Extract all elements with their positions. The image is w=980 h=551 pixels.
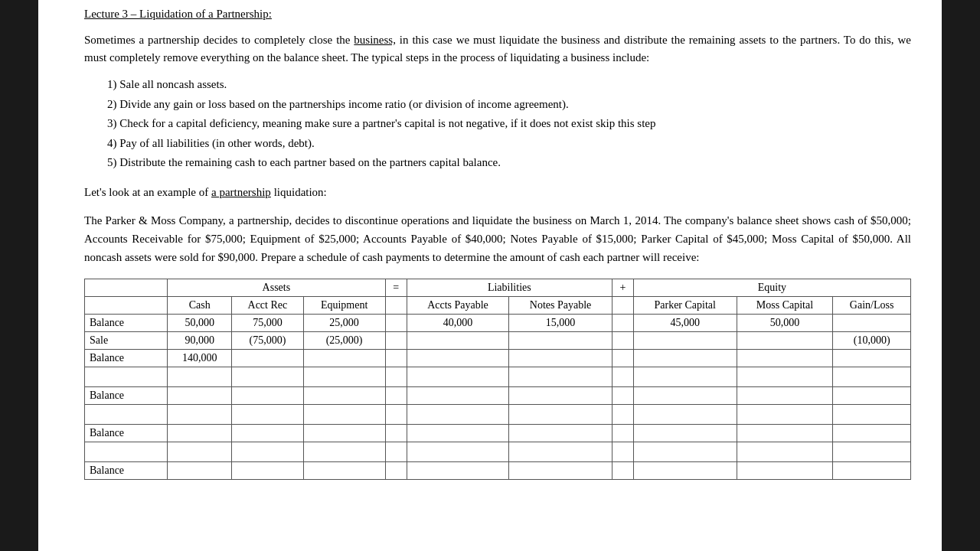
row-label-balance3: Balance — [85, 387, 168, 405]
balance1-notes-payable: 15,000 — [509, 315, 612, 332]
table-row-empty-1 — [85, 367, 911, 387]
balance2-notes-payable — [509, 350, 612, 367]
accounting-table: Assets = Liabilities + Equity Cash Acct … — [84, 279, 911, 480]
gain-loss-header: Gain/Loss — [833, 297, 911, 315]
equity-header: Equity — [633, 279, 910, 297]
intro-paragraph: Sometimes a partnership decides to compl… — [84, 31, 911, 66]
step-5: 5) Distribute the remaining cash to each… — [107, 153, 911, 173]
table-row-sale: Sale 90,000 (75,000) (25,000) (10,000) — [85, 332, 911, 350]
table-row-empty-2 — [85, 405, 911, 425]
row-label-balance5: Balance — [85, 462, 168, 480]
balance2-parker-capital — [633, 350, 737, 367]
eq-sep — [385, 297, 407, 315]
page-container: Lecture 3 – Liquidation of a Partnership… — [38, 0, 942, 551]
balance2-moss-capital — [737, 350, 833, 367]
liabilities-header: Liabilities — [407, 279, 612, 297]
balance2-equipment — [303, 350, 385, 367]
lecture-title: Lecture 3 – Liquidation of a Partnership… — [84, 8, 911, 21]
step-3: 3) Check for a capital deficiency, meani… — [107, 114, 911, 134]
acct-rec-header: Acct Rec — [232, 297, 303, 315]
sale-accts-payable — [407, 332, 509, 350]
step-4: 4) Pay of all liabilities (in other word… — [107, 134, 911, 154]
row-label-sale: Sale — [85, 332, 168, 350]
table-row-empty-3 — [85, 442, 911, 462]
plus-sep — [612, 297, 633, 315]
balance1-gain-loss — [833, 315, 911, 332]
step-1: 1) Sale all noncash assets. — [107, 75, 911, 95]
balance2-gain-loss — [833, 350, 911, 367]
table-row-balance-4: Balance — [85, 425, 911, 442]
empty1-label — [85, 367, 168, 387]
cash-header: Cash — [168, 297, 232, 315]
balance1-acct-rec: 75,000 — [232, 315, 303, 332]
example-paragraph: The Parker & Moss Company, a partnership… — [84, 211, 911, 266]
table-row-balance-5: Balance — [85, 462, 911, 480]
sale-notes-payable — [509, 332, 612, 350]
assets-header: Assets — [168, 279, 386, 297]
empty2-label — [85, 405, 168, 425]
table-row-balance-1: Balance 50,000 75,000 25,000 40,000 15,0… — [85, 315, 911, 332]
sale-moss-capital — [737, 332, 833, 350]
balance1-equipment: 25,000 — [303, 315, 385, 332]
sep5 — [385, 350, 407, 367]
balance1-accts-payable: 40,000 — [407, 315, 509, 332]
corner-cell — [85, 279, 168, 297]
table-row-balance-2: Balance 140,000 — [85, 350, 911, 367]
balance2-accts-payable — [407, 350, 509, 367]
row-label-balance1: Balance — [85, 315, 168, 332]
sep2 — [612, 315, 633, 332]
steps-list: 1) Sale all noncash assets. 2) Divide an… — [107, 75, 911, 173]
balance1-parker-capital: 45,000 — [633, 315, 737, 332]
balance2-cash: 140,000 — [168, 350, 232, 367]
sale-acct-rec: (75,000) — [232, 332, 303, 350]
sale-equipment: (25,000) — [303, 332, 385, 350]
balance1-moss-capital: 50,000 — [737, 315, 833, 332]
sale-cash: 90,000 — [168, 332, 232, 350]
plus-sign: + — [612, 279, 633, 297]
row-label-balance4: Balance — [85, 425, 168, 442]
notes-payable-header: Notes Payable — [509, 297, 612, 315]
row-label-balance2: Balance — [85, 350, 168, 367]
balance2-acct-rec — [232, 350, 303, 367]
sep3 — [385, 332, 407, 350]
label-header — [85, 297, 168, 315]
empty3-label — [85, 442, 168, 462]
sep4 — [612, 332, 633, 350]
example-intro: Let's look at an example of a partnershi… — [84, 184, 911, 201]
moss-capital-header: Moss Capital — [737, 297, 833, 315]
sep6 — [612, 350, 633, 367]
table-row-balance-3: Balance — [85, 387, 911, 405]
step-2: 2) Divide any gain or loss based on the … — [107, 95, 911, 115]
parker-capital-header: Parker Capital — [633, 297, 737, 315]
sale-gain-loss: (10,000) — [833, 332, 911, 350]
sep1 — [385, 315, 407, 332]
equals-sign: = — [385, 279, 407, 297]
balance1-cash: 50,000 — [168, 315, 232, 332]
sale-parker-capital — [633, 332, 737, 350]
accts-payable-header: Accts Payable — [407, 297, 509, 315]
equipment-header: Equipment — [303, 297, 385, 315]
